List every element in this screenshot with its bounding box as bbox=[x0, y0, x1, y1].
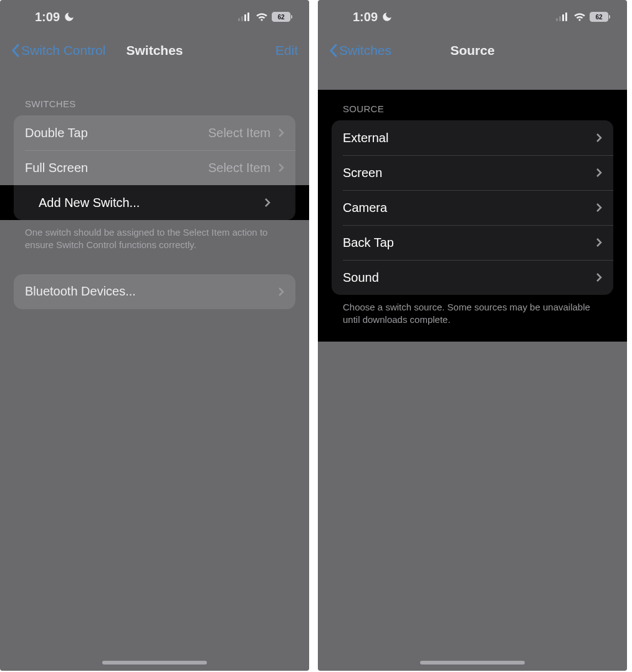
edit-button[interactable]: Edit bbox=[275, 43, 298, 58]
svg-rect-4 bbox=[556, 18, 558, 21]
home-indicator[interactable] bbox=[420, 661, 525, 665]
svg-rect-2 bbox=[244, 14, 246, 21]
chevron-right-icon bbox=[596, 238, 602, 247]
chevron-left-icon bbox=[11, 44, 20, 57]
highlighted-region: Add New Switch... bbox=[0, 185, 309, 220]
svg-rect-6 bbox=[562, 14, 564, 21]
row-label: Add New Switch... bbox=[39, 196, 261, 210]
source-group: External Screen Camera Back Tap Sound bbox=[332, 120, 613, 295]
row-label: Bluetooth Devices... bbox=[25, 284, 136, 299]
source-row-external[interactable]: External bbox=[332, 120, 613, 155]
svg-rect-1 bbox=[241, 16, 243, 21]
status-indicators: 62 bbox=[556, 12, 608, 22]
wifi-icon bbox=[256, 12, 268, 21]
section-header-source: SOURCE bbox=[318, 90, 627, 120]
row-label: Screen bbox=[343, 166, 382, 180]
section-footer: One switch should be assigned to the Sel… bbox=[0, 220, 309, 252]
section-header-switches: SWITCHES bbox=[0, 67, 309, 115]
chevron-right-icon bbox=[264, 198, 271, 208]
battery-level: 62 bbox=[595, 14, 602, 21]
back-button[interactable]: Switch Control bbox=[11, 43, 105, 58]
chevron-right-icon bbox=[278, 163, 284, 173]
status-time: 1:09 bbox=[35, 10, 60, 24]
screenshot-panel-left: 1:09 62 Switch Control Switches Edit SWI… bbox=[0, 0, 309, 671]
status-bar: 1:09 62 bbox=[318, 0, 627, 34]
bluetooth-group: Bluetooth Devices... bbox=[14, 274, 295, 309]
do-not-disturb-icon bbox=[64, 11, 75, 22]
row-label: Double Tap bbox=[25, 126, 88, 140]
nav-bar: Switches Source bbox=[318, 34, 627, 67]
battery-icon: 62 bbox=[590, 12, 608, 22]
status-time-group: 1:09 bbox=[353, 10, 393, 24]
status-time: 1:09 bbox=[353, 10, 378, 24]
row-label: Camera bbox=[343, 201, 387, 215]
home-indicator[interactable] bbox=[102, 661, 207, 665]
source-region: SOURCE External Screen Camera Back Tap S… bbox=[318, 90, 627, 342]
switch-row-full-screen[interactable]: Full Screen Select Item bbox=[14, 150, 295, 185]
section-footer: Choose a switch source. Some sources may… bbox=[318, 295, 627, 327]
add-new-switch-button[interactable]: Add New Switch... bbox=[14, 185, 295, 220]
bluetooth-devices-button[interactable]: Bluetooth Devices... bbox=[14, 274, 295, 309]
status-indicators: 62 bbox=[238, 12, 290, 22]
svg-rect-5 bbox=[559, 16, 561, 21]
chevron-right-icon bbox=[596, 203, 602, 213]
do-not-disturb-icon bbox=[381, 11, 393, 22]
row-label: Sound bbox=[343, 271, 379, 285]
status-bar: 1:09 62 bbox=[0, 0, 309, 34]
switches-group: Double Tap Select Item Full Screen Selec… bbox=[14, 115, 295, 185]
wifi-icon bbox=[573, 12, 586, 21]
row-label: Back Tap bbox=[343, 236, 394, 250]
battery-level: 62 bbox=[277, 14, 284, 21]
chevron-right-icon bbox=[278, 287, 284, 297]
svg-rect-7 bbox=[565, 12, 567, 21]
source-row-camera[interactable]: Camera bbox=[332, 190, 613, 225]
battery-icon: 62 bbox=[272, 12, 290, 22]
back-label: Switch Control bbox=[21, 43, 105, 58]
status-time-group: 1:09 bbox=[35, 10, 75, 24]
back-button[interactable]: Switches bbox=[329, 43, 391, 58]
source-row-sound[interactable]: Sound bbox=[332, 260, 613, 295]
row-value: Select Item bbox=[208, 161, 274, 175]
chevron-right-icon bbox=[596, 133, 602, 143]
chevron-right-icon bbox=[596, 272, 602, 282]
cellular-signal-icon bbox=[556, 12, 570, 21]
row-label: Full Screen bbox=[25, 161, 88, 175]
source-row-screen[interactable]: Screen bbox=[332, 155, 613, 190]
nav-bar: Switch Control Switches Edit bbox=[0, 34, 309, 67]
row-label: External bbox=[343, 131, 388, 145]
switch-row-double-tap[interactable]: Double Tap Select Item bbox=[14, 115, 295, 150]
source-row-back-tap[interactable]: Back Tap bbox=[332, 225, 613, 260]
chevron-right-icon bbox=[278, 128, 284, 138]
screenshot-panel-right: 1:09 62 Switches Source SOURCE bbox=[318, 0, 627, 671]
chevron-left-icon bbox=[329, 44, 338, 57]
svg-rect-0 bbox=[238, 18, 240, 21]
chevron-right-icon bbox=[596, 168, 602, 178]
cellular-signal-icon bbox=[238, 12, 252, 21]
svg-rect-3 bbox=[247, 12, 249, 21]
row-value: Select Item bbox=[208, 126, 274, 140]
back-label: Switches bbox=[339, 43, 391, 58]
